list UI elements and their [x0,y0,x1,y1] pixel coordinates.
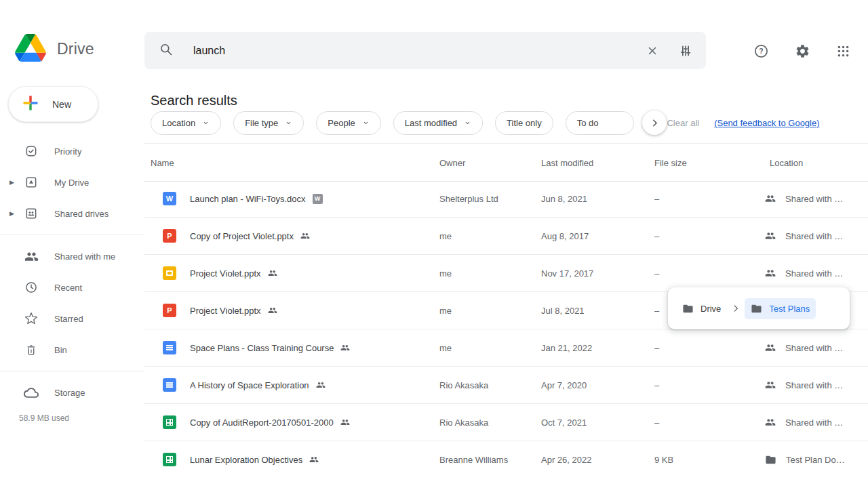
folder-icon [682,303,694,314]
chip-label: Location [162,118,195,128]
location-label: Shared with … [785,231,843,241]
sidebar-item-label: Storage [54,388,85,398]
sidebar-item-storage[interactable]: Storage [0,377,144,408]
location-label: Shared with … [785,418,843,428]
location-cell: Shared with … [765,417,868,428]
breadcrumb-drive[interactable]: Drive [676,298,727,319]
chips-scroll-right-button[interactable] [642,110,667,135]
search-bar[interactable] [144,32,706,69]
last-modified-cell: Oct 7, 2021 [541,418,654,428]
svg-text:?: ? [759,47,763,55]
chevron-down-icon [202,119,210,127]
location-label: Shared with … [785,194,843,204]
sidebar-nav: Priority▶My Drive▶Shared drivesShared wi… [0,130,144,413]
file-size-cell: – [654,231,765,241]
new-button[interactable]: New [8,86,98,122]
location-breadcrumb-popup: DriveTest Plans [668,287,850,329]
recent-icon [24,281,39,294]
storage-icon [24,385,39,401]
sidebar: New Priority▶My Drive▶Shared drivesShare… [0,75,144,488]
filter-chips: LocationFile typePeopleLast modifiedTitl… [144,110,868,135]
page-title: Search results [151,93,237,108]
search-input[interactable] [192,44,644,58]
search-options-button[interactable] [676,41,695,60]
send-feedback-link[interactable]: (Send feedback to Google) [714,118,819,128]
file-size-cell: – [654,343,765,353]
file-name: Project Violet.pptx [190,268,261,279]
shared-people-icon [300,231,310,241]
folder-icon [765,454,776,466]
starred-icon [24,312,39,325]
filter-chip-location[interactable]: Location [151,111,221,135]
sidebar-item-shared-with-me[interactable]: Shared with me [0,241,144,272]
breadcrumb-label: Drive [701,304,721,314]
chevron-down-icon [285,119,292,127]
sidebar-item-shared-drives[interactable]: ▶Shared drives [0,198,144,229]
sidebar-item-priority[interactable]: Priority [0,136,144,167]
shared-people-icon [765,417,776,428]
file-name: Launch plan - WiFi-Toys.docx [190,194,306,204]
expand-arrow-icon[interactable]: ▶ [0,210,24,217]
sidebar-item-starred[interactable]: Starred [0,303,144,334]
shared-people-icon [765,268,776,279]
owner-cell: Breanne Williams [439,455,541,465]
help-button[interactable]: ? [751,41,772,62]
folder-icon [751,303,762,314]
file-size-cell: – [654,194,765,204]
shared-people-icon [765,380,776,390]
sidebar-item-bin[interactable]: Bin [0,334,144,365]
last-modified-cell: Apr 7, 2020 [541,380,654,390]
shared-people-icon [765,230,776,241]
owner-cell: Rio Akasaka [439,380,541,390]
chevron-down-icon [464,119,471,127]
file-size-cell: 9 KB [654,455,765,465]
filter-chip-to-do[interactable]: To do [566,111,635,135]
location-cell: Shared with … [765,230,868,241]
table-row[interactable]: Lunar Exploration ObjectivesBreanne Will… [144,441,868,468]
owner-cell: me [439,306,541,316]
file-type-word-icon [163,192,176,205]
table-row[interactable]: Project Violet.pptxmeNov 17, 2017–Shared… [144,255,868,292]
shared-people-icon [765,342,776,353]
sidebar-item-label: Starred [54,314,83,324]
table-row[interactable]: Space Plans - Class Training CoursemeJan… [144,329,868,367]
file-name: Lunar Exploration Objectives [190,455,302,465]
last-modified-cell: Jul 8, 2021 [541,306,654,316]
file-name: Copy of AuditReport-20170501-2000 [190,418,334,428]
owner-cell: me [439,231,541,241]
expand-arrow-icon[interactable]: ▶ [0,179,24,186]
shared-people-icon [765,193,776,204]
table-row[interactable]: Copy of Project Violet.pptxmeAug 8, 2017… [144,218,868,255]
filter-chip-file-type[interactable]: File type [233,111,304,135]
breadcrumb-label: Test Plans [769,304,810,314]
owner-cell: Shelterplus Ltd [439,194,541,204]
sidebar-item-my-drive[interactable]: ▶My Drive [0,167,144,198]
filter-chip-last-modified[interactable]: Last modified [393,111,483,135]
filter-chip-people[interactable]: People [316,111,380,135]
file-type-powerpoint-icon [163,229,176,243]
table-row[interactable]: Copy of AuditReport-20170501-2000Rio Aka… [144,404,868,441]
table-row[interactable]: Launch plan - WiFi-Toys.docxWShelterplus… [144,180,868,218]
shared-people-icon [316,380,326,390]
clear-search-button[interactable] [644,42,661,60]
shared-with-me-icon [24,249,39,264]
last-modified-cell: Aug 8, 2017 [541,231,654,241]
file-type-docs-icon [163,341,176,354]
google-apps-grid-button[interactable] [833,41,853,61]
last-modified-cell: Nov 17, 2017 [541,268,654,279]
filter-chip-title-only[interactable]: Title only [495,111,553,135]
column-header-file-size: File size [654,157,687,167]
my-drive-icon [24,176,39,189]
storage-used-label: 58.9 MB used [19,413,69,423]
shared-people-icon [309,455,319,464]
sidebar-item-recent[interactable]: Recent [0,272,144,303]
breadcrumb-test-plans[interactable]: Test Plans [745,298,816,319]
file-name: Copy of Project Violet.pptx [190,231,294,241]
file-type-sheets-icon [163,453,176,466]
last-modified-cell: Jan 21, 2022 [541,343,654,353]
sidebar-item-label: My Drive [54,178,89,188]
settings-gear-button[interactable] [792,41,813,62]
table-row[interactable]: A History of Space ExplorationRio Akasak… [144,367,868,404]
chevron-right-icon [731,304,741,313]
clear-all-button[interactable]: Clear all [667,118,699,128]
